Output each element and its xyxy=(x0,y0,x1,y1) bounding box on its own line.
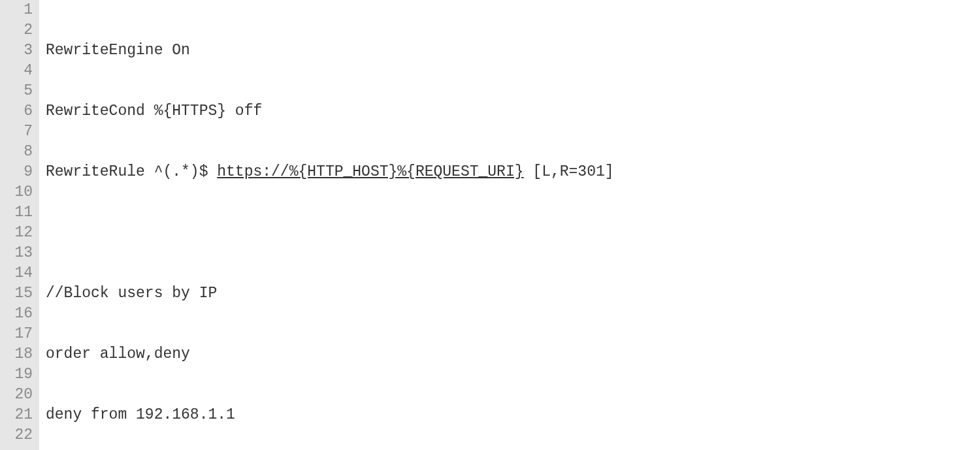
line-number: 14 xyxy=(0,263,33,283)
line-number: 5 xyxy=(0,81,33,101)
line-number-gutter: 1 2 3 4 5 6 7 8 9 10 11 12 13 14 15 16 1… xyxy=(0,0,39,450)
code-line: //Block users by IP xyxy=(46,283,614,304)
line-number: 2 xyxy=(0,20,33,40)
line-number: 15 xyxy=(0,283,33,304)
line-number: 10 xyxy=(0,182,33,202)
code-text: RewriteRule ^(.*)$ xyxy=(46,163,217,180)
line-number: 1 xyxy=(0,0,33,20)
code-line: order allow,deny xyxy=(46,344,614,364)
line-number: 16 xyxy=(0,304,33,324)
code-line: deny from 192.168.1.1 xyxy=(46,405,614,425)
line-number: 21 xyxy=(0,405,33,425)
line-number: 22 xyxy=(0,425,33,445)
line-number: 7 xyxy=(0,121,33,142)
line-number: 11 xyxy=(0,202,33,223)
code-editor: 1 2 3 4 5 6 7 8 9 10 11 12 13 14 15 16 1… xyxy=(0,0,980,450)
code-text: //Block users by IP xyxy=(46,285,217,302)
code-link[interactable]: https://%{HTTP_HOST}%{REQUEST_URI} xyxy=(217,163,523,180)
line-number: 9 xyxy=(0,162,33,182)
code-text: RewriteCond %{HTTPS} off xyxy=(46,103,262,120)
line-number: 19 xyxy=(0,364,33,385)
code-text: RewriteEngine On xyxy=(46,42,190,59)
line-number: 6 xyxy=(0,101,33,121)
code-text: [L,R=301] xyxy=(524,163,614,180)
line-number: 17 xyxy=(0,324,33,344)
code-text: order allow,deny xyxy=(46,346,190,362)
code-line: RewriteCond %{HTTPS} off xyxy=(46,101,614,121)
line-number: 13 xyxy=(0,243,33,263)
line-number: 8 xyxy=(0,142,33,162)
code-content[interactable]: RewriteEngine On RewriteCond %{HTTPS} of… xyxy=(39,0,614,450)
line-number: 12 xyxy=(0,223,33,243)
code-line: RewriteRule ^(.*)$ https://%{HTTP_HOST}%… xyxy=(46,162,614,182)
code-line: RewriteEngine On xyxy=(46,40,614,61)
code-line xyxy=(46,223,614,243)
line-number: 4 xyxy=(0,61,33,81)
line-number: 18 xyxy=(0,344,33,364)
code-text: deny from 192.168.1.1 xyxy=(46,406,235,423)
line-number: 20 xyxy=(0,385,33,405)
line-number: 3 xyxy=(0,40,33,61)
